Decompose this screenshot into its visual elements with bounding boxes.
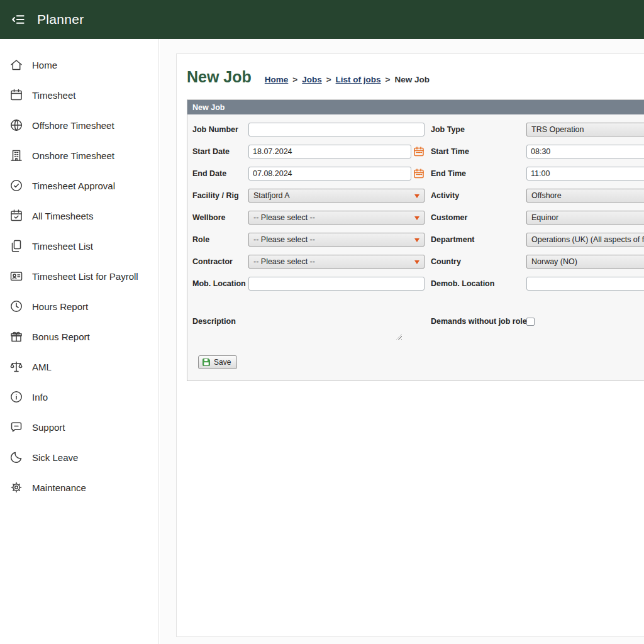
gift-icon [9,329,24,344]
end-time-input[interactable] [526,167,644,180]
start-date-input[interactable] [248,145,411,158]
job-number-label: Job Number [192,125,248,134]
panel-title: New Job [192,103,225,112]
sidebar-item-home[interactable]: Home [0,50,158,80]
start-time-label: Start Time [431,147,526,156]
check-circle-icon [9,178,24,193]
contractor-select[interactable]: -- Please select -- [248,255,425,269]
sidebar-item-label: Timesheet Approval [32,180,115,191]
calendar-icon [9,87,24,103]
form-row: Description Demands without job role [192,294,644,348]
menu-toggle-icon[interactable] [10,11,26,28]
sidebar: Home Timesheet Offshore Timesheet Onshor… [0,39,159,644]
start-date-label: Start Date [192,147,248,156]
contractor-label: Contractor [192,257,248,266]
mob-location-label: Mob. Location [192,279,248,288]
facility-rig-select[interactable]: Statfjord A [248,189,425,203]
sidebar-item-all-timesheets[interactable]: All Timesheets [0,201,158,231]
department-label: Department [431,235,526,244]
form-row: Job Number Job Type TRS Operation [192,118,644,140]
sidebar-item-aml[interactable]: AML [0,352,158,382]
department-select[interactable]: Operations (UK) (All aspects of field [526,233,644,247]
moon-icon [9,450,24,465]
sidebar-item-label: Info [32,392,48,402]
breadcrumb-link-jobs[interactable]: Jobs [302,75,322,84]
start-time-input[interactable] [526,145,644,158]
calendar-icon [413,168,425,179]
role-select[interactable]: -- Please select -- [248,233,425,247]
home-icon [9,57,24,72]
sidebar-item-label: Maintenance [32,482,86,493]
end-date-input[interactable] [248,167,411,180]
scales-icon [9,359,24,374]
calendar-icon [413,146,425,157]
activity-label: Activity [431,191,526,200]
end-date-label: End Date [192,169,248,178]
sidebar-item-maintenance[interactable]: Maintenance [0,472,158,502]
mob-location-input[interactable] [248,277,425,291]
facility-rig-label: Facility / Rig [192,191,248,200]
info-icon [9,389,24,404]
customer-select[interactable]: Equinor [526,211,644,225]
job-type-select[interactable]: TRS Operation [526,123,644,136]
sidebar-item-info[interactable]: Info [0,382,158,412]
page-title: New Job [187,68,252,86]
role-label: Role [192,235,248,244]
form-row: End Date End Time [192,162,644,184]
breadcrumb-separator: > [292,75,297,84]
gear-icon [9,480,24,495]
chat-icon [9,419,24,435]
page-card: New Job Home > Jobs > List of jobs > New… [176,53,644,637]
breadcrumb-current: New Job [395,75,430,84]
save-button[interactable]: Save [198,355,237,369]
sidebar-item-timesheet[interactable]: Timesheet [0,80,158,110]
wellbore-label: Wellbore [192,213,248,222]
end-time-label: End Time [431,169,526,178]
sidebar-item-timesheet-list-for-payroll[interactable]: Timesheet List for Payroll [0,261,158,291]
form-row: Wellbore -- Please select -- Customer Eq… [192,206,644,228]
app-header: Planner [0,0,644,39]
save-icon [202,358,211,367]
form-row: Facility / Rig Statfjord A Activity Offs… [192,184,644,206]
breadcrumb-separator: > [386,75,391,84]
id-card-icon [9,269,24,284]
job-type-label: Job Type [431,125,526,134]
demands-without-job-role-label: Demands without job role [431,317,526,326]
form-row: Start Date Start Time [192,140,644,162]
sidebar-item-onshore-timesheet[interactable]: Onshore Timesheet [0,140,158,170]
breadcrumb-link-home[interactable]: Home [265,75,289,84]
breadcrumb-separator: > [326,75,331,84]
sidebar-item-label: Timesheet [32,90,75,101]
start-date-calendar-button[interactable] [413,146,425,157]
demands-without-job-role-checkbox[interactable] [526,318,535,326]
activity-select[interactable]: Offshore [526,189,644,203]
end-date-calendar-button[interactable] [413,168,425,179]
sidebar-item-timesheet-list[interactable]: Timesheet List [0,231,158,261]
sidebar-item-bonus-report[interactable]: Bonus Report [0,321,158,352]
job-number-input[interactable] [248,123,425,136]
sidebar-item-label: AML [32,362,52,372]
sidebar-item-hours-report[interactable]: Hours Report [0,291,158,321]
building-icon [9,148,24,163]
breadcrumb-link-list-of-jobs[interactable]: List of jobs [336,75,381,84]
sidebar-item-label: Hours Report [32,301,88,312]
sidebar-item-offshore-timesheet[interactable]: Offshore Timesheet [0,110,158,140]
panel-header: New Job [187,100,644,114]
sidebar-item-sick-leave[interactable]: Sick Leave [0,442,158,472]
country-label: Country [431,257,526,266]
sidebar-item-timesheet-approval[interactable]: Timesheet Approval [0,170,158,201]
new-job-panel: New Job Job Number Job Type TRS Operatio… [187,99,644,381]
demob-location-label: Demob. Location [431,279,526,288]
sidebar-item-label: Timesheet List for Payroll [32,271,138,282]
breadcrumb: Home > Jobs > List of jobs > New Job [265,75,430,84]
sidebar-item-label: Sick Leave [32,452,78,463]
form-row: Contractor -- Please select -- Country N… [192,250,644,272]
sidebar-item-support[interactable]: Support [0,412,158,442]
wellbore-select[interactable]: -- Please select -- [248,211,425,225]
demob-location-input[interactable] [526,277,644,291]
main-content: New Job Home > Jobs > List of jobs > New… [160,39,644,644]
country-select[interactable]: Norway (NO) [526,255,644,269]
description-textarea[interactable] [248,302,403,341]
sidebar-item-label: Offshore Timesheet [32,120,114,131]
description-label: Description [192,317,248,326]
